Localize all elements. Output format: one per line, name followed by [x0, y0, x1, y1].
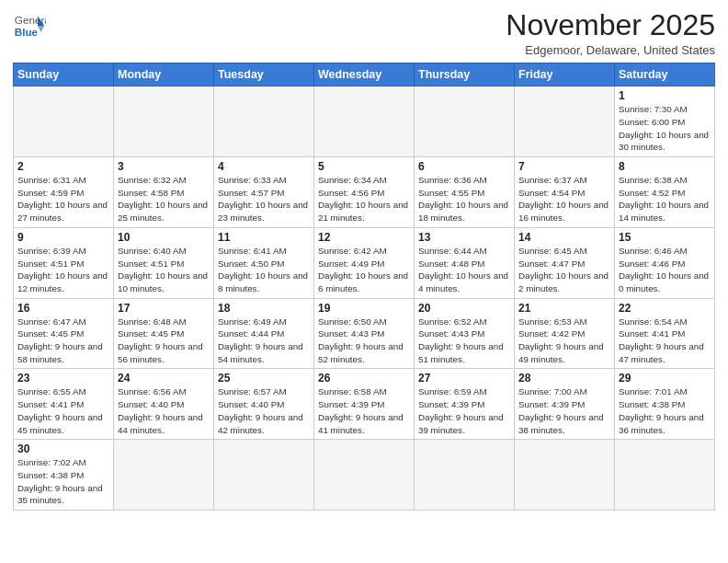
- day-info: Sunrise: 6:46 AM Sunset: 4:46 PM Dayligh…: [619, 245, 711, 295]
- calendar-cell: 17Sunrise: 6:48 AM Sunset: 4:45 PM Dayli…: [114, 298, 214, 369]
- week-row-3: 16Sunrise: 6:47 AM Sunset: 4:45 PM Dayli…: [14, 298, 715, 369]
- week-row-2: 9Sunrise: 6:39 AM Sunset: 4:51 PM Daylig…: [14, 227, 715, 298]
- day-number: 10: [118, 231, 210, 244]
- calendar-cell: 4Sunrise: 6:33 AM Sunset: 4:57 PM Daylig…: [214, 157, 314, 228]
- day-number: 25: [218, 372, 310, 385]
- day-number: 9: [17, 231, 109, 244]
- calendar-cell: [415, 86, 515, 157]
- week-row-1: 2Sunrise: 6:31 AM Sunset: 4:59 PM Daylig…: [14, 157, 715, 228]
- weekday-header-row: SundayMondayTuesdayWednesdayThursdayFrid…: [14, 63, 715, 86]
- weekday-header-tuesday: Tuesday: [214, 63, 314, 86]
- day-number: 19: [318, 302, 410, 315]
- calendar-cell: 12Sunrise: 6:42 AM Sunset: 4:49 PM Dayli…: [314, 227, 415, 298]
- calendar-cell: 16Sunrise: 6:47 AM Sunset: 4:45 PM Dayli…: [14, 298, 114, 369]
- calendar-cell: [14, 86, 114, 157]
- day-info: Sunrise: 7:02 AM Sunset: 4:38 PM Dayligh…: [17, 456, 109, 507]
- calendar-cell: 8Sunrise: 6:38 AM Sunset: 4:52 PM Daylig…: [615, 157, 715, 228]
- day-number: 17: [118, 302, 210, 315]
- calendar-cell: [314, 440, 415, 511]
- day-info: Sunrise: 6:37 AM Sunset: 4:54 PM Dayligh…: [518, 174, 610, 224]
- calendar-cell: 20Sunrise: 6:52 AM Sunset: 4:43 PM Dayli…: [415, 298, 515, 369]
- day-number: 3: [118, 160, 210, 173]
- day-info: Sunrise: 7:00 AM Sunset: 4:39 PM Dayligh…: [518, 385, 610, 436]
- day-info: Sunrise: 7:01 AM Sunset: 4:38 PM Dayligh…: [619, 385, 711, 436]
- calendar-cell: 14Sunrise: 6:45 AM Sunset: 4:47 PM Dayli…: [515, 227, 615, 298]
- day-number: 16: [17, 302, 109, 315]
- calendar-cell: 15Sunrise: 6:46 AM Sunset: 4:46 PM Dayli…: [615, 227, 715, 298]
- day-info: Sunrise: 6:47 AM Sunset: 4:45 PM Dayligh…: [17, 316, 109, 366]
- day-number: 21: [518, 302, 610, 315]
- title-block: November 2025 Edgemoor, Delaware, United…: [506, 9, 715, 57]
- day-info: Sunrise: 6:52 AM Sunset: 4:43 PM Dayligh…: [418, 316, 510, 366]
- calendar-cell: 9Sunrise: 6:39 AM Sunset: 4:51 PM Daylig…: [14, 227, 114, 298]
- day-number: 14: [518, 231, 610, 244]
- day-info: Sunrise: 6:36 AM Sunset: 4:55 PM Dayligh…: [418, 174, 510, 224]
- day-number: 1: [619, 89, 711, 102]
- calendar-cell: [214, 86, 314, 157]
- svg-text:Blue: Blue: [15, 26, 39, 38]
- calendar-cell: 24Sunrise: 6:56 AM Sunset: 4:40 PM Dayli…: [114, 369, 214, 440]
- day-number: 22: [619, 302, 711, 315]
- calendar-cell: 21Sunrise: 6:53 AM Sunset: 4:42 PM Dayli…: [515, 298, 615, 369]
- calendar-cell: 11Sunrise: 6:41 AM Sunset: 4:50 PM Dayli…: [214, 227, 314, 298]
- calendar-cell: 18Sunrise: 6:49 AM Sunset: 4:44 PM Dayli…: [214, 298, 314, 369]
- weekday-header-wednesday: Wednesday: [314, 63, 415, 86]
- day-info: Sunrise: 6:39 AM Sunset: 4:51 PM Dayligh…: [17, 245, 109, 295]
- weekday-header-sunday: Sunday: [14, 63, 114, 86]
- day-number: 20: [418, 302, 510, 315]
- day-info: Sunrise: 6:58 AM Sunset: 4:39 PM Dayligh…: [318, 385, 410, 436]
- day-number: 6: [418, 160, 510, 173]
- day-info: Sunrise: 6:49 AM Sunset: 4:44 PM Dayligh…: [218, 316, 310, 366]
- day-info: Sunrise: 6:56 AM Sunset: 4:40 PM Dayligh…: [118, 385, 210, 436]
- logo-icon: General Blue: [13, 9, 46, 42]
- day-number: 4: [218, 160, 310, 173]
- day-info: Sunrise: 6:55 AM Sunset: 4:41 PM Dayligh…: [17, 385, 109, 436]
- calendar-cell: [515, 440, 615, 511]
- calendar-cell: [415, 440, 515, 511]
- header: General Blue November 2025 Edgemoor, Del…: [13, 9, 715, 57]
- day-number: 8: [619, 160, 711, 173]
- day-number: 11: [218, 231, 310, 244]
- calendar-cell: 13Sunrise: 6:44 AM Sunset: 4:48 PM Dayli…: [415, 227, 515, 298]
- calendar-cell: [214, 440, 314, 511]
- day-number: 5: [318, 160, 410, 173]
- calendar-cell: 7Sunrise: 6:37 AM Sunset: 4:54 PM Daylig…: [515, 157, 615, 228]
- day-number: 27: [418, 372, 510, 385]
- weekday-header-monday: Monday: [114, 63, 214, 86]
- day-info: Sunrise: 6:53 AM Sunset: 4:42 PM Dayligh…: [518, 316, 610, 366]
- day-info: Sunrise: 6:40 AM Sunset: 4:51 PM Dayligh…: [118, 245, 210, 295]
- calendar-cell: 30Sunrise: 7:02 AM Sunset: 4:38 PM Dayli…: [14, 440, 114, 511]
- page: General Blue November 2025 Edgemoor, Del…: [0, 0, 728, 563]
- calendar-cell: 1Sunrise: 7:30 AM Sunset: 6:00 PM Daylig…: [615, 86, 715, 157]
- calendar-cell: 19Sunrise: 6:50 AM Sunset: 4:43 PM Dayli…: [314, 298, 415, 369]
- logo: General Blue: [13, 9, 46, 42]
- day-info: Sunrise: 6:54 AM Sunset: 4:41 PM Dayligh…: [619, 316, 711, 366]
- day-info: Sunrise: 6:38 AM Sunset: 4:52 PM Dayligh…: [619, 174, 711, 224]
- calendar-cell: 28Sunrise: 7:00 AM Sunset: 4:39 PM Dayli…: [515, 369, 615, 440]
- day-info: Sunrise: 6:33 AM Sunset: 4:57 PM Dayligh…: [218, 174, 310, 224]
- week-row-4: 23Sunrise: 6:55 AM Sunset: 4:41 PM Dayli…: [14, 369, 715, 440]
- calendar-cell: [615, 440, 715, 511]
- day-info: Sunrise: 6:41 AM Sunset: 4:50 PM Dayligh…: [218, 245, 310, 295]
- calendar-cell: [114, 440, 214, 511]
- day-number: 29: [619, 372, 711, 385]
- weekday-header-saturday: Saturday: [615, 63, 715, 86]
- calendar-cell: [114, 86, 214, 157]
- day-number: 7: [518, 160, 610, 173]
- calendar-cell: [314, 86, 415, 157]
- day-info: Sunrise: 6:50 AM Sunset: 4:43 PM Dayligh…: [318, 316, 410, 366]
- day-info: Sunrise: 6:59 AM Sunset: 4:39 PM Dayligh…: [418, 385, 510, 436]
- day-number: 24: [118, 372, 210, 385]
- day-info: Sunrise: 6:48 AM Sunset: 4:45 PM Dayligh…: [118, 316, 210, 366]
- week-row-5: 30Sunrise: 7:02 AM Sunset: 4:38 PM Dayli…: [14, 440, 715, 511]
- day-info: Sunrise: 6:31 AM Sunset: 4:59 PM Dayligh…: [17, 174, 109, 224]
- day-number: 26: [318, 372, 410, 385]
- day-number: 28: [518, 372, 610, 385]
- day-number: 12: [318, 231, 410, 244]
- day-number: 23: [17, 372, 109, 385]
- calendar-cell: 3Sunrise: 6:32 AM Sunset: 4:58 PM Daylig…: [114, 157, 214, 228]
- calendar-cell: 5Sunrise: 6:34 AM Sunset: 4:56 PM Daylig…: [314, 157, 415, 228]
- day-info: Sunrise: 6:44 AM Sunset: 4:48 PM Dayligh…: [418, 245, 510, 295]
- day-number: 18: [218, 302, 310, 315]
- location: Edgemoor, Delaware, United States: [506, 43, 715, 57]
